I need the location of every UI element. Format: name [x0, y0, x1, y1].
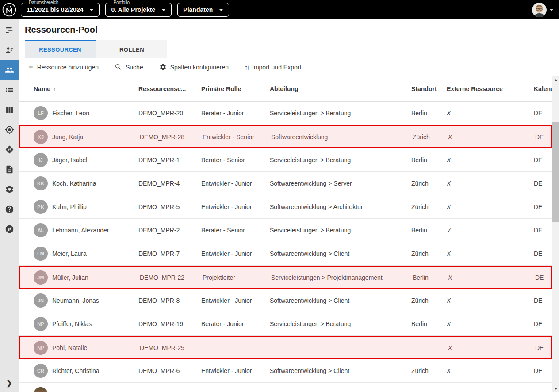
directions-diamond-icon[interactable] [0, 140, 19, 160]
resource-name: Lehmann, Alexander [52, 227, 109, 234]
table-row[interactable]: NP Pfeiffer, Niklas DEMO_MPR-19 Berater … [19, 312, 552, 336]
location: Zürich [411, 180, 447, 187]
triangle-down-icon [554, 388, 558, 390]
department: Softwareentwicklung > Client [270, 297, 411, 304]
triangle-up-icon [554, 79, 558, 81]
primary-role: Berater - Junior [201, 110, 270, 117]
location: Zürich [411, 367, 447, 374]
plan-data-value: Plandaten [183, 6, 213, 13]
column-header-department[interactable]: Abteilung [270, 85, 411, 92]
portfolio-select[interactable]: Portfolio 0. Alle Projekte [105, 3, 172, 17]
vertical-scrollbar[interactable] [552, 76, 559, 392]
tab-rollen[interactable]: ROLLEN [96, 40, 167, 58]
help-icon[interactable] [0, 199, 19, 219]
tab-ressourcen[interactable]: RESSOURCEN [25, 40, 96, 58]
column-header-external-resource[interactable]: Externe Ressource [447, 85, 534, 92]
resource-key: DEMO_MPR-28 [140, 133, 203, 141]
add-resource-button[interactable]: + Ressource hinzufügen [28, 63, 99, 72]
department: Serviceleistungen > Beratung [270, 110, 411, 117]
scroll-down-button[interactable] [552, 385, 559, 392]
department: Softwareentwicklung > Architektur [270, 203, 411, 210]
external-flag: X [447, 367, 534, 374]
department: Serviceleistungen > Beratung [270, 320, 411, 327]
sidebar: ❯ [0, 19, 19, 392]
primary-role: Berater - Senior [201, 156, 270, 164]
topbar: Datumsbereich 11/2021 bis 02/2024 Portfo… [0, 0, 559, 19]
primary-role: Entwickler - Junior [201, 180, 270, 187]
table-row[interactable]: KK Koch, Katharina DEMO_MPR-4 Entwickler… [19, 172, 552, 195]
location: Berlin [413, 274, 448, 281]
search-button[interactable]: Suche [115, 63, 143, 71]
plan-data-select[interactable]: Plandaten [177, 3, 229, 17]
column-header-primary-role[interactable]: Primäre Rolle [201, 85, 270, 92]
main-content: Ressourcen-Pool RESSOURCEN ROLLEN + Ress… [19, 19, 559, 392]
target-icon[interactable] [0, 120, 19, 140]
search-label: Suche [126, 64, 143, 71]
import-export-button[interactable]: ↑↓ Import und Export [245, 63, 301, 71]
external-flag: X [448, 274, 535, 281]
plan-icon[interactable] [0, 20, 19, 40]
resource-key: DEMO_MPR-4 [138, 180, 201, 187]
resource-name: Jäger, Isabel [52, 156, 87, 164]
avatar: JM [34, 270, 48, 285]
table-row[interactable]: NP Pohl, Natalie DEMO_MPR-25 X DE [19, 336, 552, 359]
project-list-icon[interactable] [0, 80, 19, 100]
department: Serviceleistungen > Beratung [270, 156, 411, 164]
user-menu[interactable] [532, 3, 559, 17]
column-header-location[interactable]: Standort [411, 85, 447, 92]
date-range-value: 11/2021 bis 02/2024 [27, 6, 83, 13]
team-planner-icon[interactable] [0, 40, 19, 60]
resource-name: Koch, Katharina [52, 180, 96, 187]
configure-columns-button[interactable]: Spalten konfigurieren [159, 63, 229, 71]
table-row[interactable]: CR Richter, Christina DEMO_MPR-6 Entwick… [19, 359, 552, 383]
table-row[interactable]: JM Müller, Julian DEMO_MPR-22 Projektlei… [19, 266, 552, 289]
department: Serviceleistungen > Projektmanagement [271, 274, 413, 281]
import-export-icon: ↑↓ [245, 63, 249, 71]
external-flag: X [447, 110, 534, 117]
avatar: LM [34, 247, 48, 261]
location: Berlin [411, 227, 447, 234]
table-row[interactable]: AL Lehmann, Alexander DEMO_MPR-2 Berater… [19, 219, 552, 242]
primary-role: Entwickler - Junior [201, 367, 270, 374]
resource-key: DEMO_MPR-6 [138, 367, 201, 374]
explore-compass-icon[interactable] [0, 219, 19, 239]
column-header-name[interactable]: Name↑ [19, 85, 138, 92]
external-flag: X [447, 320, 534, 327]
primary-role: Entwickler - Junior [201, 250, 270, 257]
date-range-select[interactable]: Datumsbereich 11/2021 bis 02/2024 [21, 3, 100, 17]
column-header-resource-key[interactable]: Ressourcensc... [138, 85, 201, 92]
avatar: KK [34, 176, 48, 190]
table-row[interactable]: LM Meier, Laura DEMO_MPR-7 Entwickler - … [19, 242, 552, 266]
avatar: AL [34, 223, 48, 237]
table-row[interactable] [19, 383, 552, 392]
report-document-icon[interactable] [0, 160, 19, 179]
location: Berlin [411, 110, 447, 117]
table-row[interactable]: IJ Jäger, Isabel DEMO_MPR-1 Berater - Se… [19, 148, 552, 172]
resources-icon[interactable] [0, 60, 19, 80]
department: Softwareentwicklung > Client [270, 367, 411, 374]
table-row[interactable]: PK Kuhn, Phillip DEMO_MPR-5 Entwickler -… [19, 195, 552, 219]
table-row[interactable]: KJ Jung, Katja DEMO_MPR-28 Entwickler - … [19, 125, 552, 148]
avatar: PK [34, 200, 48, 214]
chevron-down-icon [89, 9, 94, 11]
resource-key: DEMO_MPR-1 [138, 156, 201, 164]
board-columns-icon[interactable] [0, 100, 19, 120]
primary-role: Berater - Junior [201, 320, 270, 327]
resource-key: DEMO_MPR-20 [138, 110, 201, 117]
avatar: KJ [34, 130, 48, 144]
primary-role: Berater - Senior [201, 227, 270, 234]
meisterplan-logo-icon[interactable] [2, 3, 16, 17]
page-title: Ressourcen-Pool [19, 19, 559, 40]
table-row[interactable]: LF Fischer, Leon DEMO_MPR-20 Berater - J… [19, 102, 552, 125]
scroll-up-button[interactable] [552, 76, 559, 84]
import-export-label: Import und Export [252, 64, 301, 71]
resource-key: DEMO_MPR-5 [138, 203, 201, 210]
resource-key: DEMO_MPR-25 [140, 344, 203, 351]
resource-name: Müller, Julian [52, 274, 88, 281]
sidebar-expand-button[interactable]: ❯ [0, 376, 19, 389]
scrollbar-thumb[interactable] [552, 122, 559, 222]
resource-key: DEMO_MPR-2 [138, 227, 201, 234]
table-row[interactable]: JN Neumann, Jonas DEMO_MPR-8 Entwickler … [19, 289, 552, 312]
settings-gear-icon[interactable] [0, 179, 19, 199]
external-flag: X [447, 156, 534, 164]
